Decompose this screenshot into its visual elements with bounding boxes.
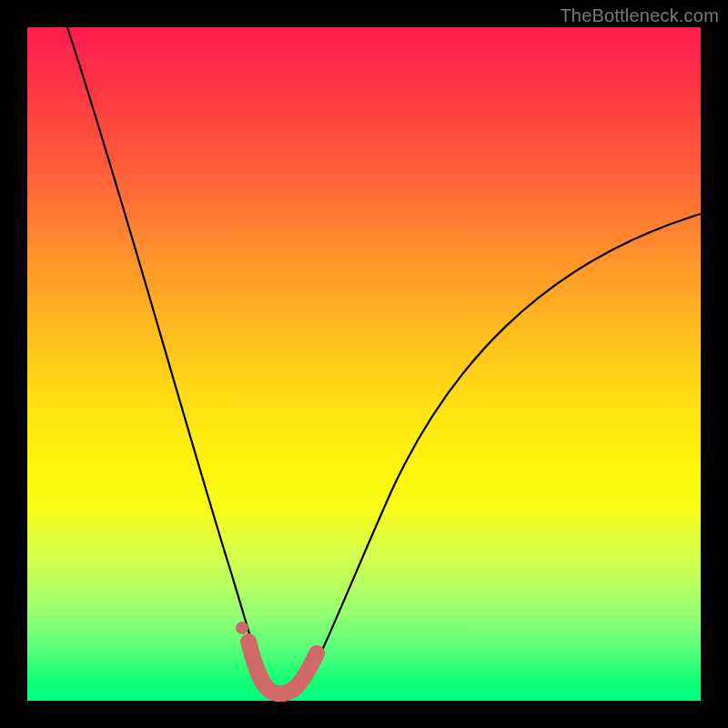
plot-area xyxy=(27,27,701,701)
bottleneck-region-dot xyxy=(236,622,248,634)
chart-frame: TheBottleneck.com xyxy=(0,0,728,728)
watermark-text: TheBottleneck.com xyxy=(560,5,719,26)
bottleneck-curve xyxy=(67,27,701,699)
curve-layer xyxy=(27,27,701,701)
bottleneck-region-marker xyxy=(248,642,317,693)
